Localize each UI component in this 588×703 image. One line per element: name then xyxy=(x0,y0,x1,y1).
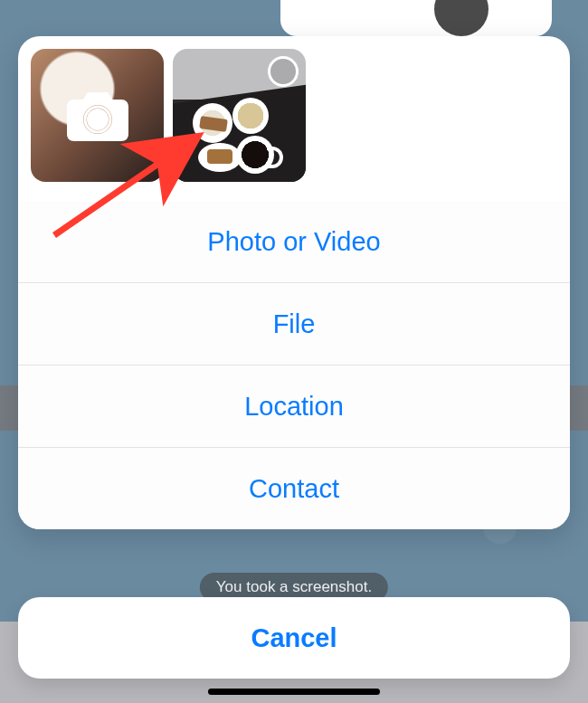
option-file[interactable]: File xyxy=(18,282,570,365)
chat-bubble-behind xyxy=(280,0,552,36)
option-label: Photo or Video xyxy=(207,227,380,257)
attachment-thumbnail-row xyxy=(18,36,570,200)
option-photo-or-video[interactable]: Photo or Video xyxy=(18,201,570,282)
cancel-label: Cancel xyxy=(251,623,337,653)
camera-icon xyxy=(65,89,130,143)
open-camera-button[interactable] xyxy=(31,49,164,182)
recent-photo-thumbnail[interactable] xyxy=(173,49,306,182)
option-contact[interactable]: Contact xyxy=(18,447,570,529)
selection-circle-icon[interactable] xyxy=(268,56,299,87)
screen: You took a screenshot. xyxy=(0,0,588,703)
photo-content xyxy=(173,84,306,182)
cancel-button[interactable]: Cancel xyxy=(18,597,570,679)
photo-content xyxy=(236,136,274,174)
attachment-options-list: Photo or Video File Location Contact xyxy=(18,200,570,529)
option-label: Location xyxy=(244,392,344,422)
option-location[interactable]: Location xyxy=(18,365,570,447)
option-label: Contact xyxy=(249,474,339,504)
photo-content xyxy=(198,143,242,172)
photo-content xyxy=(232,98,269,134)
home-indicator[interactable] xyxy=(208,689,380,695)
option-label: File xyxy=(273,309,316,339)
attachment-action-sheet: Photo or Video File Location Contact xyxy=(18,36,570,529)
